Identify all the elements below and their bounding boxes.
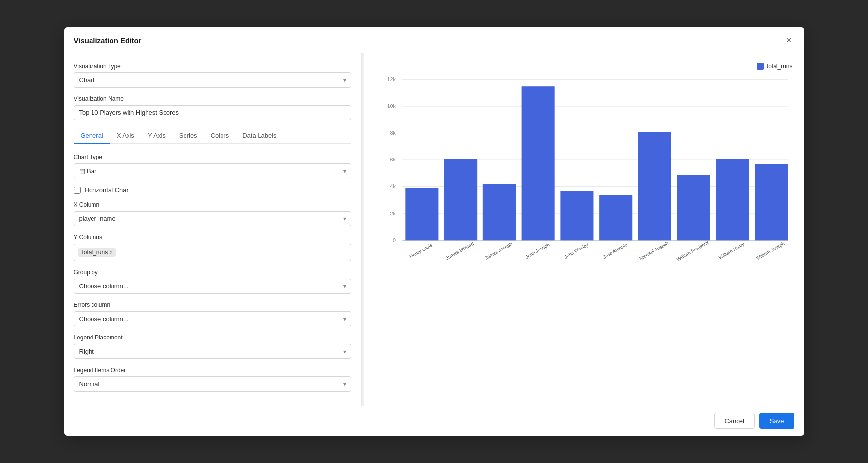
bar-henry-louis xyxy=(405,188,438,240)
viz-name-label: Visualization Name xyxy=(74,95,351,102)
legend-placement-group: Legend Placement Right xyxy=(74,334,351,359)
svg-text:2k: 2k xyxy=(390,211,396,216)
chart-svg-wrapper: 0 2k 4k 6k 8k 10k 12 xyxy=(376,74,793,396)
errors-column-label: Errors column xyxy=(74,302,351,308)
svg-text:John Wesley: John Wesley xyxy=(563,242,589,260)
horizontal-chart-checkbox-label[interactable]: Horizontal Chart xyxy=(85,186,130,194)
bar-william-henry xyxy=(716,159,749,240)
viz-name-input[interactable] xyxy=(74,105,351,120)
legend-items-order-select[interactable]: Normal xyxy=(74,376,351,392)
bar-jose-antonio xyxy=(599,195,632,240)
legend-placement-label: Legend Placement xyxy=(74,334,351,341)
chart-type-select[interactable]: ▤ Bar xyxy=(74,163,351,178)
group-by-group: Group by Choose column... xyxy=(74,269,351,294)
viz-type-select-wrapper: Chart xyxy=(74,72,351,88)
bar-chart: 0 2k 4k 6k 8k 10k 12 xyxy=(376,74,793,279)
svg-text:William Henry: William Henry xyxy=(718,241,746,261)
chart-legend: total_runs xyxy=(757,63,793,70)
svg-text:William Frederick: William Frederick xyxy=(675,239,709,262)
close-button[interactable]: × xyxy=(783,35,794,46)
viz-name-group: Visualization Name xyxy=(74,95,351,120)
y-columns-tag-input[interactable]: total_runs × xyxy=(74,244,351,261)
tab-general[interactable]: General xyxy=(74,128,110,144)
x-column-select-wrapper: player_name xyxy=(74,211,351,226)
svg-text:10k: 10k xyxy=(387,103,396,109)
horizontal-chart-checkbox[interactable] xyxy=(74,187,81,194)
svg-text:4k: 4k xyxy=(390,183,396,189)
svg-text:James Joseph: James Joseph xyxy=(484,241,513,261)
x-column-select[interactable]: player_name xyxy=(74,211,351,226)
svg-text:Jose Antonio: Jose Antonio xyxy=(602,242,628,260)
bar-michael-joseph xyxy=(638,132,671,241)
y-columns-group: Y Columns total_runs × xyxy=(74,234,351,261)
bar-john-joseph xyxy=(521,86,554,240)
legend-items-order-group: Legend Items Order Normal xyxy=(74,367,351,392)
tab-data-labels[interactable]: Data Labels xyxy=(236,128,283,144)
save-button[interactable]: Save xyxy=(759,413,794,429)
y-column-tag-text: total_runs xyxy=(82,249,108,256)
chart-type-group: Chart Type ▤ Bar xyxy=(74,154,351,178)
y-columns-label: Y Columns xyxy=(74,234,351,241)
modal-title: Visualization Editor xyxy=(74,36,142,45)
svg-text:8k: 8k xyxy=(390,130,396,136)
cancel-button[interactable]: Cancel xyxy=(714,413,754,429)
svg-text:James Edward: James Edward xyxy=(444,241,474,261)
viz-type-label: Visualization Type xyxy=(74,63,351,70)
viz-type-group: Visualization Type Chart xyxy=(74,63,351,88)
legend-items-order-label: Legend Items Order xyxy=(74,367,351,374)
modal-overlay: Visualization Editor × Visualization Typ… xyxy=(0,0,868,463)
bar-james-joseph xyxy=(482,184,516,241)
tabs-row: General X Axis Y Axis Series Colors Data… xyxy=(74,128,351,144)
legend-placement-select[interactable]: Right xyxy=(74,344,351,359)
legend-label: total_runs xyxy=(767,63,793,70)
chart-type-select-wrapper: ▤ Bar xyxy=(74,163,351,178)
svg-text:0: 0 xyxy=(392,237,395,243)
svg-text:John Joseph: John Joseph xyxy=(524,242,550,260)
chart-container: total_runs 0 2k xyxy=(376,63,793,396)
modal-body: Visualization Type Chart Visualization N… xyxy=(64,53,804,406)
left-panel: Visualization Type Chart Visualization N… xyxy=(64,53,361,406)
horizontal-chart-row: Horizontal Chart xyxy=(74,186,351,194)
errors-column-group: Errors column Choose column... xyxy=(74,302,351,326)
errors-column-select-wrapper: Choose column... xyxy=(74,311,351,326)
modal-footer: Cancel Save xyxy=(64,406,804,436)
modal-header: Visualization Editor × xyxy=(64,27,804,53)
x-column-label: X Column xyxy=(74,201,351,208)
group-by-select[interactable]: Choose column... xyxy=(74,279,351,294)
bar-john-wesley xyxy=(560,191,593,240)
legend-items-order-select-wrapper: Normal xyxy=(74,376,351,392)
tab-y-axis[interactable]: Y Axis xyxy=(141,128,172,144)
right-panel: total_runs 0 2k xyxy=(364,53,804,406)
x-column-group: X Column player_name xyxy=(74,201,351,226)
svg-text:12k: 12k xyxy=(387,76,396,82)
group-by-label: Group by xyxy=(74,269,351,276)
y-column-tag-remove[interactable]: × xyxy=(110,250,112,255)
svg-text:Henry Louis: Henry Louis xyxy=(408,242,433,260)
group-by-select-wrapper: Choose column... xyxy=(74,279,351,294)
svg-text:Michael Joseph: Michael Joseph xyxy=(638,240,669,261)
errors-column-select[interactable]: Choose column... xyxy=(74,311,351,326)
tab-colors[interactable]: Colors xyxy=(204,128,236,144)
bar-william-joseph xyxy=(755,164,788,241)
tab-series[interactable]: Series xyxy=(172,128,204,144)
bar-james-edward xyxy=(444,159,477,240)
chart-type-label: Chart Type xyxy=(74,154,351,160)
legend-placement-select-wrapper: Right xyxy=(74,344,351,359)
bar-william-frederick xyxy=(677,175,710,240)
viz-type-select[interactable]: Chart xyxy=(74,72,351,88)
visualization-editor-modal: Visualization Editor × Visualization Typ… xyxy=(64,27,804,436)
legend-color-box xyxy=(757,63,764,70)
y-column-tag: total_runs × xyxy=(78,248,116,257)
svg-text:6k: 6k xyxy=(390,157,396,162)
tab-x-axis[interactable]: X Axis xyxy=(110,128,141,144)
svg-text:William Joseph: William Joseph xyxy=(755,241,785,261)
